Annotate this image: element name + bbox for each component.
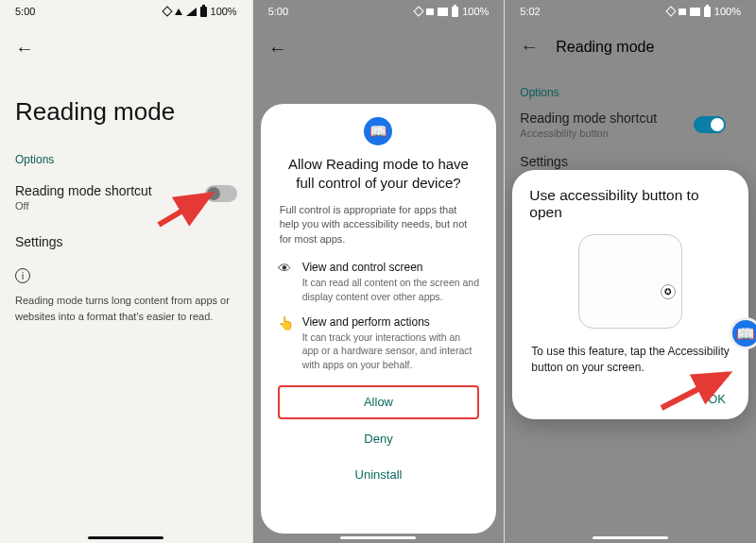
permission-desc: It can read all content on the screen an… (302, 276, 480, 303)
row-reading-mode-shortcut[interactable]: Reading mode shortcut Accessibility butt… (520, 107, 741, 150)
page-title: Reading mode (556, 39, 654, 56)
eye-icon: 👁 (278, 261, 293, 303)
row-label: Reading mode shortcut (15, 183, 237, 198)
deny-button[interactable]: Deny (278, 423, 480, 455)
nfc-icon (414, 6, 424, 16)
status-bar: 5:00 100% (253, 0, 505, 23)
illustration-phone: ✪ (578, 234, 682, 329)
nfc-icon (162, 6, 172, 16)
nav-handle (593, 536, 668, 539)
battery-icon (704, 7, 711, 17)
reading-mode-app-icon: 📖 (364, 117, 392, 145)
section-label-options: Options (0, 149, 252, 176)
dialog-title: Use accessibility button to open (529, 187, 731, 229)
row-label: Settings (520, 154, 741, 169)
screen-accessibility-button-tip: 5:02 100% ← Reading mode Options Reading… (504, 0, 756, 543)
permission-item-perform-actions: 👆 View and perform actions It can track … (278, 315, 480, 383)
signal-icon (690, 8, 700, 16)
status-bar: 5:00 100% (0, 0, 252, 23)
wifi-icon (175, 8, 182, 15)
back-button[interactable]: ← (520, 36, 539, 58)
battery-percent: 100% (211, 6, 237, 17)
dialog-description: To use this feature, tap the Accessibili… (529, 338, 731, 386)
battery-icon (200, 7, 207, 17)
wifi-icon (426, 8, 434, 15)
allow-button[interactable]: Allow (278, 385, 480, 419)
clock: 5:00 (15, 6, 35, 17)
background-settings-panel: Options Reading mode shortcut Accessibil… (505, 58, 756, 180)
page-title: Reading mode (0, 59, 252, 149)
section-label-options: Options (520, 76, 741, 107)
nfc-icon (665, 6, 676, 16)
wifi-icon (679, 8, 686, 15)
row-sublabel: Off (15, 200, 237, 212)
permission-title: View and control screen (302, 261, 480, 274)
accessibility-permission-dialog: 📖 Allow Reading mode to have full contro… (261, 104, 497, 534)
screen-permission-dialog: 5:00 100% ← 📖 Allow Reading mode to have… (252, 0, 505, 543)
permission-item-view-screen: 👁 View and control screen It can read al… (278, 261, 480, 314)
back-button[interactable]: ← (253, 23, 302, 75)
battery-percent: 100% (714, 6, 741, 17)
shortcut-toggle[interactable] (205, 185, 237, 202)
screen-settings-reading-mode: 5:00 100% ← Reading mode Options Reading… (0, 0, 252, 543)
page-footer-description: Reading mode turns long content from app… (0, 293, 252, 324)
accessibility-floating-button[interactable]: 📖 (730, 317, 756, 349)
clock: 5:00 (268, 6, 288, 17)
nav-handle (88, 536, 163, 539)
accessibility-button-icon: ✪ (661, 284, 676, 299)
dialog-title: Allow Reading mode to have full control … (278, 155, 480, 203)
signal-icon (186, 8, 197, 16)
accessibility-tip-dialog: Use accessibility button to open ✪ To us… (512, 170, 748, 419)
signal-icon (438, 8, 448, 16)
hand-icon: 👆 (278, 315, 293, 372)
row-label: Settings (15, 234, 237, 249)
row-reading-mode-shortcut[interactable]: Reading mode shortcut Off (0, 176, 252, 227)
row-settings[interactable]: Settings (0, 227, 252, 264)
permission-title: View and perform actions (302, 315, 480, 329)
battery-icon (452, 7, 458, 17)
nav-handle (340, 536, 416, 539)
dialog-subtitle: Full control is appropriate for apps tha… (278, 203, 480, 262)
clock: 5:02 (520, 6, 540, 17)
status-bar: 5:02 100% (505, 0, 756, 23)
battery-percent: 100% (462, 6, 489, 17)
back-button[interactable]: ← (15, 38, 34, 59)
uninstall-button[interactable]: Uninstall (278, 459, 480, 491)
info-icon: i (15, 268, 30, 283)
permission-desc: It can track your interactions with an a… (302, 331, 480, 372)
shortcut-toggle[interactable] (694, 116, 726, 133)
ok-button[interactable]: OK (529, 386, 731, 410)
